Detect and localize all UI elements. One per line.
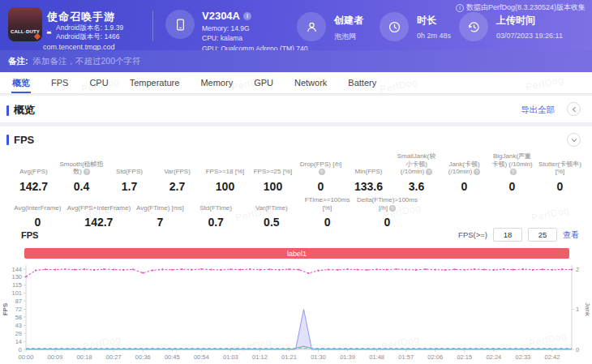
android-version-code: Android版本号: 1466: [56, 32, 123, 41]
stat-value: 0: [357, 216, 418, 229]
tab-temperature[interactable]: Temperature: [119, 72, 191, 93]
stat-label: SmallJank(较小卡顿) (/10min)?: [394, 152, 439, 176]
upload-time-label: 上传时间: [496, 14, 563, 28]
info-icon[interactable]: ?: [426, 169, 432, 175]
fps-chart[interactable]: 014294358728710111513014401200:0000:0900…: [0, 260, 592, 364]
svg-text:01:48: 01:48: [369, 353, 384, 361]
collapse-overview-button[interactable]: [567, 102, 581, 116]
collapse-fps-button[interactable]: [567, 133, 581, 147]
upload-time-block: 上传时间 03/07/2023 19:26:11: [459, 12, 563, 41]
stat-cell: Avg(FTime) [ms]7: [132, 196, 188, 229]
tab-network[interactable]: Network: [284, 72, 337, 93]
game-icon-emblem: [34, 33, 41, 40]
stat-label-text: Std(FTime): [199, 204, 232, 212]
fps-threshold-input-1[interactable]: [493, 228, 522, 242]
stat-label: Jank(卡顿) (/10min)?: [442, 161, 487, 176]
stat-label: Var(FPS): [155, 168, 199, 176]
chart-label-text: label1: [287, 250, 307, 258]
fps-threshold-input-2[interactable]: [528, 228, 557, 242]
tab-cpu[interactable]: CPU: [79, 72, 118, 93]
svg-text:115: 115: [12, 281, 22, 289]
stat-label: Std(FPS): [107, 168, 152, 176]
tab-[interactable]: 概览: [2, 72, 41, 93]
stat-cell: Stutter(卡顿率) [%]0: [536, 152, 584, 193]
info-icon[interactable]: ?: [474, 169, 480, 175]
stat-label: Std(FTime): [190, 204, 242, 212]
stat-label: Avg(InterFrame): [11, 204, 64, 212]
stat-value: 0.5: [245, 216, 298, 229]
stat-cell: Min(FPS)133.6: [345, 152, 393, 193]
svg-text:02:06: 02:06: [427, 353, 443, 361]
svg-text:00:36: 00:36: [135, 353, 151, 361]
svg-text:02:24: 02:24: [486, 353, 501, 361]
export-all-link[interactable]: 导出全部: [521, 105, 555, 116]
section-accent-bar: [6, 135, 9, 145]
stat-label-text: FTime>=100ms [%]: [305, 196, 350, 212]
fps-threshold-label: FPS(>=): [458, 230, 487, 239]
view-link[interactable]: 查看: [563, 229, 579, 241]
stat-cell: Jank(卡顿) (/10min)?0: [440, 152, 488, 193]
info-icon[interactable]: ?: [84, 169, 90, 175]
device-memory: Memory: 14.9G: [202, 24, 307, 32]
info-icon[interactable]: ?: [319, 169, 325, 175]
stat-value: 3.6: [394, 180, 439, 193]
stat-label-text: BigJank(严重卡顿) (/10min): [491, 152, 532, 168]
stat-cell: Var(FPS)2.7: [153, 152, 201, 193]
tab-memory[interactable]: Memory: [190, 72, 243, 93]
tab-battery[interactable]: Battery: [337, 72, 387, 93]
device-info-icon[interactable]: i: [243, 12, 251, 20]
stat-label: Smooth(稳帧指数)?: [59, 161, 104, 176]
game-title: 使命召唤手游: [47, 10, 115, 24]
stat-value: 0.4: [59, 180, 104, 193]
stat-label: Min(FPS): [346, 168, 391, 176]
svg-text:58: 58: [15, 314, 22, 321]
stat-cell: Avg(FPS)142.7: [10, 152, 58, 193]
section-accent-bar: [6, 105, 9, 116]
fps-threshold-filter: FPS(>=) 查看: [458, 228, 579, 242]
stat-cell: Avg(FPS+InterFrame)142.7: [66, 196, 132, 229]
info-icon[interactable]: ?: [389, 205, 396, 212]
stat-cell: Smooth(稳帧指数)?0.4: [58, 152, 105, 193]
svg-text:130: 130: [11, 273, 22, 280]
report-header: i 数据由PerfDog(8.3.230524)版本收集 CALL·DUTY 使…: [0, 0, 592, 50]
stat-value: 100: [203, 180, 247, 193]
svg-text:00:09: 00:09: [48, 353, 63, 361]
stat-cell: Drop(FPS) [/h]?0: [297, 152, 345, 193]
svg-text:29: 29: [15, 330, 22, 337]
stat-value: 0: [442, 180, 487, 193]
stat-value: 2.7: [155, 180, 199, 193]
duration-value: 0h 2m 48s: [417, 32, 451, 40]
duration-block: 时长 0h 2m 48s: [380, 12, 451, 41]
stat-value: 0: [11, 216, 64, 229]
stat-label: Avg(FTime) [ms]: [134, 204, 187, 212]
svg-text:02:33: 02:33: [516, 353, 531, 361]
info-icon[interactable]: ?: [510, 169, 517, 175]
tab-bar: 概览FPSCPUTemperatureMemoryGPUNetworkBatte…: [0, 72, 592, 94]
svg-text:02:15: 02:15: [457, 353, 472, 361]
stat-value: 7: [134, 216, 187, 229]
svg-text:02:42: 02:42: [545, 353, 560, 361]
stat-label-text: FPS>=18 [%]: [206, 168, 245, 175]
stat-cell: SmallJank(较小卡顿) (/10min)?3.6: [393, 152, 440, 193]
stat-cell: Delta(FTime)>100ms [/h]?0: [355, 196, 419, 229]
tab-gpu[interactable]: GPU: [243, 72, 284, 93]
game-icon: CALL·DUTY: [8, 7, 42, 41]
stat-cell: BigJank(严重卡顿) (/10min)?0: [488, 152, 536, 193]
stat-label: Delta(FTime)>100ms [/h]?: [357, 196, 418, 212]
note-bar[interactable]: 备注: 添加备注，不超过200个字符: [0, 50, 592, 72]
phone-icon: [165, 10, 195, 39]
stat-value: 0.7: [190, 216, 242, 229]
svg-text:2: 2: [576, 266, 579, 273]
stat-label-text: Avg(FPS+InterFrame): [67, 204, 131, 212]
stat-value: 0: [490, 180, 534, 193]
device-model: V2304A: [202, 10, 240, 22]
tab-fps[interactable]: FPS: [41, 72, 79, 93]
android-icon: [45, 25, 53, 40]
header-divider: [152, 11, 153, 41]
stat-cell: Std(FPS)1.7: [105, 152, 153, 193]
clock-icon: [380, 12, 409, 41]
stat-label: Drop(FPS) [/h]?: [298, 161, 343, 176]
svg-text:01:03: 01:03: [223, 353, 238, 361]
stat-value: 142.7: [11, 180, 56, 193]
note-label: 备注:: [8, 56, 28, 67]
